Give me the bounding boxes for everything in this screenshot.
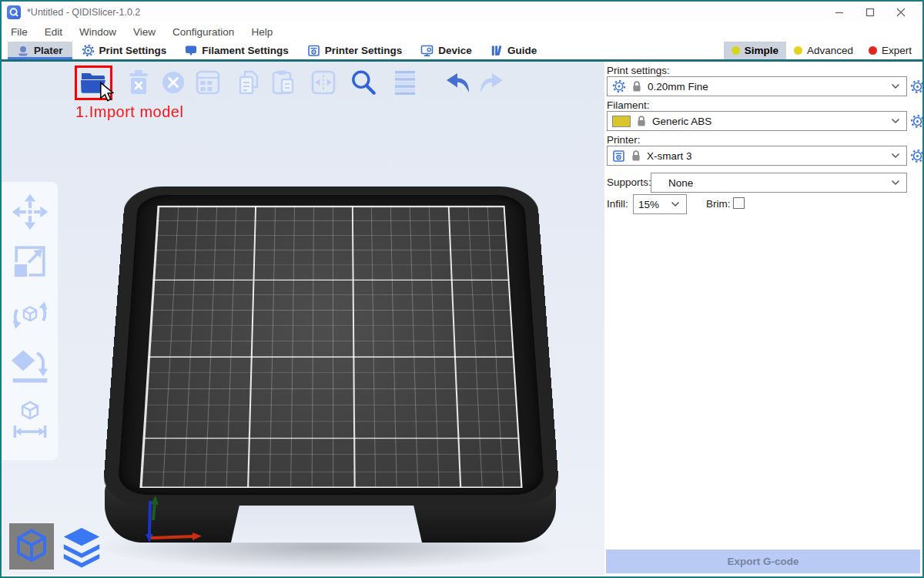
tab-printer-settings[interactable]: Printer Settings	[298, 42, 412, 59]
menu-file[interactable]: File	[8, 24, 37, 40]
infill-dropdown[interactable]: 15%	[633, 194, 687, 214]
lock-icon	[636, 115, 647, 127]
chevron-down-icon	[671, 201, 680, 207]
print-settings-value: 0.20mm Fine	[648, 81, 886, 92]
origin-axes-icon	[139, 428, 239, 543]
menu-configuration[interactable]: Configuration	[169, 24, 243, 40]
infill-value: 15%	[638, 199, 665, 210]
filament-icon	[185, 45, 197, 57]
layers-icon	[62, 526, 102, 568]
print-settings-label: Print settings:	[607, 65, 670, 76]
tab-guide[interactable]: Guide	[481, 42, 546, 59]
books-icon	[490, 44, 503, 57]
arrange-button[interactable]	[192, 68, 223, 97]
filament-color-swatch	[612, 116, 631, 127]
menu-help[interactable]: Help	[248, 24, 282, 40]
import-annotation: 1.Import model	[75, 103, 183, 121]
chevron-down-icon	[891, 180, 900, 186]
print-settings-gear-button[interactable]	[909, 79, 924, 94]
chevron-down-icon	[891, 118, 900, 124]
menu-view[interactable]: View	[130, 24, 165, 40]
brim-label: Brim:	[706, 198, 731, 210]
close-button[interactable]	[886, 2, 916, 22]
app-logo-icon	[7, 5, 21, 19]
supports-value: None	[656, 177, 886, 189]
move-tool-button[interactable]	[9, 191, 51, 233]
scale-tool-button[interactable]	[9, 240, 51, 282]
advanced-mode-dot-icon	[794, 46, 802, 55]
tab-plater[interactable]: Plater	[8, 42, 72, 59]
printer-gear-button[interactable]	[909, 148, 924, 163]
split-button[interactable]	[308, 68, 339, 97]
print-settings-dropdown[interactable]: 0.20mm Fine	[607, 76, 907, 96]
settings-panel: Print settings: 0.20mm Fine	[604, 62, 922, 576]
copy-button[interactable]	[233, 68, 264, 97]
brim-checkbox[interactable]	[733, 197, 745, 209]
menu-window[interactable]: Window	[76, 24, 126, 40]
gear-icon	[612, 79, 626, 93]
place-on-face-tool-button[interactable]	[9, 345, 51, 387]
tab-bar: Plater Print Settings Filament Settings	[2, 42, 922, 62]
device-monitor-icon	[420, 44, 434, 57]
preview-layers-button[interactable]	[60, 525, 103, 570]
printer-icon	[307, 44, 320, 57]
filament-dropdown[interactable]: Generic ABS	[607, 111, 907, 131]
printer-value: X-smart 3	[647, 150, 886, 162]
filament-gear-button[interactable]	[909, 113, 924, 129]
undo-button[interactable]	[443, 68, 474, 97]
menu-bar: File Edit Window View Configuration Help	[2, 22, 922, 42]
tab-device[interactable]: Device	[411, 42, 481, 59]
chevron-down-icon	[891, 83, 900, 89]
title-bar: *Untitled - QIDISlicer-1.0.2	[2, 2, 922, 22]
window-title: *Untitled - QIDISlicer-1.0.2	[27, 7, 140, 18]
variable-layer-height-button[interactable]	[390, 68, 420, 97]
plater-icon	[17, 45, 29, 57]
lock-icon	[631, 150, 641, 162]
supports-dropdown[interactable]: None	[651, 173, 907, 193]
delete-button[interactable]	[123, 68, 154, 97]
export-gcode-button[interactable]: Export G-code	[606, 549, 920, 573]
printer-label: Printer:	[607, 134, 641, 146]
filament-value: Generic ABS	[652, 116, 886, 127]
app-window: *Untitled - QIDISlicer-1.0.2 File Edit W…	[0, 0, 924, 578]
chevron-down-icon	[891, 153, 900, 159]
menu-edit[interactable]: Edit	[42, 24, 72, 40]
mouse-cursor-icon	[99, 82, 116, 102]
editor-3d-view-button[interactable]	[9, 523, 54, 570]
redo-button[interactable]	[476, 68, 507, 97]
cube-icon	[12, 526, 51, 566]
filament-label: Filament:	[607, 99, 650, 111]
viewport-3d[interactable]: 1.Import model	[2, 62, 604, 576]
infill-label: Infill:	[607, 198, 628, 210]
printer-icon	[612, 150, 625, 163]
mode-simple[interactable]: Simple	[724, 42, 786, 59]
delete-all-button[interactable]	[158, 68, 189, 97]
object-tools-strip	[2, 182, 58, 460]
measure-tool-button[interactable]	[9, 398, 51, 440]
paste-button[interactable]	[268, 68, 299, 97]
tab-filament-settings[interactable]: Filament Settings	[176, 42, 298, 59]
rotate-tool-button[interactable]	[9, 294, 51, 336]
lock-icon	[631, 80, 642, 92]
gear-icon	[82, 44, 95, 57]
search-button[interactable]	[348, 68, 379, 97]
maximize-button[interactable]	[855, 2, 886, 22]
mode-selector: Simple Advanced Expert	[724, 42, 919, 59]
minimize-button[interactable]	[824, 2, 855, 22]
expert-mode-dot-icon	[869, 46, 877, 55]
mode-expert[interactable]: Expert	[861, 42, 919, 59]
simple-mode-dot-icon	[732, 46, 740, 55]
mode-advanced[interactable]: Advanced	[786, 42, 861, 59]
tab-print-settings[interactable]: Print Settings	[72, 42, 176, 59]
supports-label: Supports:	[607, 176, 651, 188]
printer-dropdown[interactable]: X-smart 3	[607, 146, 907, 166]
